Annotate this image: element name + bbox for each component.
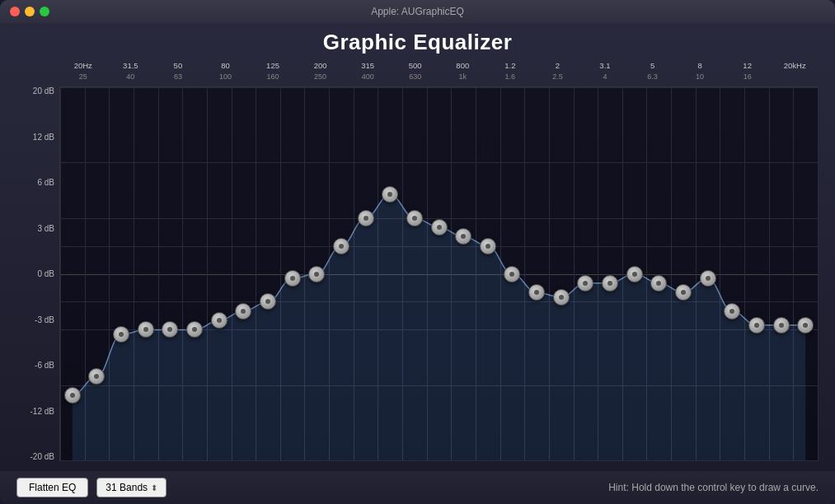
db-label-0: 20 dB <box>16 86 54 96</box>
freq-main-label: 200 <box>314 60 327 72</box>
bands-arrow-icon: ⬍ <box>151 483 157 492</box>
content-area: Graphic Equalizer 20Hz2531.5405063801001… <box>0 23 835 471</box>
freq-main-label: 3.1 <box>599 60 610 72</box>
freq-sub-label: 400 <box>362 72 374 82</box>
freq-col-12: 56.3 <box>629 60 677 86</box>
db-label-4: 0 dB <box>16 269 54 278</box>
eq-knob-5[interactable] <box>186 321 203 338</box>
bands-label: 31 Bands <box>106 482 148 493</box>
eq-knob-7[interactable] <box>235 303 251 320</box>
freq-sub-label: 1.6 <box>505 72 516 82</box>
freq-main-label: 500 <box>409 60 422 72</box>
eq-knob-29[interactable] <box>773 317 790 334</box>
eq-knob-17[interactable] <box>480 238 496 254</box>
title-bar: Apple: AUGraphicEQ <box>0 0 835 23</box>
freq-main-label: 12 <box>743 60 752 72</box>
db-label-7: -12 dB <box>16 407 54 416</box>
freq-col-2: 5063 <box>154 60 202 86</box>
freq-labels: 20Hz2531.5405063801001251602002503154005… <box>59 60 819 86</box>
flatten-eq-button[interactable]: Flatten EQ <box>16 478 88 497</box>
freq-main-label: 800 <box>456 60 469 72</box>
freq-col-13: 810 <box>676 60 724 86</box>
eq-knob-3[interactable] <box>138 321 154 338</box>
freq-col-14: 1216 <box>724 60 772 86</box>
freq-col-8: 8001k <box>439 60 487 86</box>
window-controls <box>10 7 49 16</box>
grid-line-v <box>818 87 819 460</box>
eq-area: 20Hz2531.5405063801001251602002503154005… <box>16 60 819 461</box>
freq-sub-label: 2.5 <box>552 72 563 82</box>
eq-knob-0[interactable] <box>64 387 81 404</box>
eq-knob-13[interactable] <box>382 186 398 203</box>
eq-knob-1[interactable] <box>88 368 105 385</box>
eq-knob-30[interactable] <box>797 317 814 334</box>
freq-col-10: 22.5 <box>534 60 582 86</box>
freq-main-label: 5 <box>650 60 654 72</box>
freq-col-11: 3.14 <box>581 60 629 86</box>
eq-knob-10[interactable] <box>308 266 325 282</box>
freq-sub-label: 250 <box>314 72 326 82</box>
eq-knob-24[interactable] <box>650 275 667 292</box>
freq-sub-label: 40 <box>126 72 134 82</box>
freq-col-9: 1.21.6 <box>486 60 534 86</box>
freq-col-3: 80100 <box>202 60 250 86</box>
eq-knob-22[interactable] <box>602 275 618 292</box>
freq-col-0: 20Hz25 <box>59 60 107 86</box>
bands-selector-button[interactable]: 31 Bands ⬍ <box>96 478 167 497</box>
eq-knob-16[interactable] <box>455 228 471 245</box>
freq-sub-label: 100 <box>219 72 232 82</box>
eq-knob-12[interactable] <box>358 210 374 226</box>
freq-col-7: 500630 <box>392 60 439 86</box>
eq-knob-9[interactable] <box>284 270 301 287</box>
freq-col-1: 31.540 <box>107 60 155 86</box>
freq-col-15: 20kHz <box>771 60 819 86</box>
chart-container: 20 dB12 dB6 dB3 dB0 dB-3 dB-6 dB-12 dB-2… <box>16 86 819 461</box>
page-title: Graphic Equalizer <box>16 30 819 55</box>
db-label-6: -6 dB <box>16 361 54 370</box>
db-label-1: 12 dB <box>16 133 54 142</box>
freq-col-4: 125160 <box>249 60 297 86</box>
eq-knob-21[interactable] <box>577 275 593 292</box>
eq-knob-23[interactable] <box>626 266 643 282</box>
freq-main-label: 20kHz <box>784 60 806 72</box>
db-labels: 20 dB12 dB6 dB3 dB0 dB-3 dB-6 dB-12 dB-2… <box>16 86 59 461</box>
freq-main-label: 50 <box>174 60 183 72</box>
eq-knob-4[interactable] <box>162 321 178 338</box>
main-window: Apple: AUGraphicEQ Graphic Equalizer 20H… <box>0 0 835 504</box>
db-label-2: 6 dB <box>16 178 54 187</box>
eq-knob-26[interactable] <box>700 270 716 287</box>
eq-knob-20[interactable] <box>553 289 570 306</box>
eq-knob-14[interactable] <box>406 210 423 226</box>
grid-line-h <box>60 460 818 461</box>
eq-knob-11[interactable] <box>333 238 349 254</box>
freq-sub-label: 63 <box>174 72 182 82</box>
eq-knob-27[interactable] <box>724 303 740 320</box>
freq-sub-label: 160 <box>267 72 279 82</box>
eq-knob-18[interactable] <box>504 266 520 282</box>
eq-knob-8[interactable] <box>260 293 276 310</box>
freq-main-label: 80 <box>221 60 230 72</box>
freq-sub-label: 4 <box>603 72 607 82</box>
window-title: Apple: AUGraphicEQ <box>371 6 464 17</box>
freq-sub-label: 630 <box>409 72 421 82</box>
maximize-button[interactable] <box>40 7 49 16</box>
close-button[interactable] <box>10 7 20 16</box>
eq-knob-2[interactable] <box>113 326 129 343</box>
freq-main-label: 315 <box>361 60 374 72</box>
eq-knob-25[interactable] <box>675 284 692 301</box>
freq-sub-label: 6.3 <box>647 72 658 82</box>
eq-knob-19[interactable] <box>528 284 545 301</box>
minimize-button[interactable] <box>25 7 35 16</box>
freq-col-5: 200250 <box>297 60 345 86</box>
freq-main-label: 1.2 <box>504 60 515 72</box>
eq-knob-6[interactable] <box>211 312 228 329</box>
freq-col-6: 315400 <box>344 60 392 86</box>
db-label-8: -20 dB <box>16 452 54 461</box>
db-label-3: 3 dB <box>16 224 54 233</box>
freq-main-label: 20Hz <box>74 60 92 72</box>
bottom-bar: Flatten EQ 31 Bands ⬍ Hint: Hold down th… <box>0 471 835 504</box>
eq-knob-15[interactable] <box>431 219 448 236</box>
eq-knob-28[interactable] <box>748 317 765 334</box>
freq-main-label: 125 <box>266 60 279 72</box>
db-label-5: -3 dB <box>16 315 54 324</box>
